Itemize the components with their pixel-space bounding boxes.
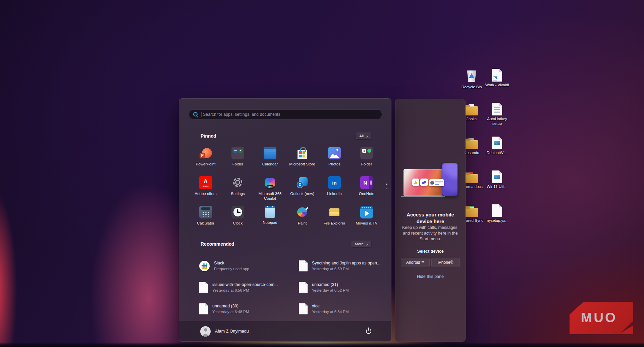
- pinned-app-microsoft-store[interactable]: Microsoft Store: [286, 145, 318, 175]
- recommended-item-syncthing-and-joplin-apps-as-open[interactable]: Syncthing and Joplin apps as open...Yest…: [299, 257, 398, 275]
- pinned-app-movies-tv[interactable]: Movies & TV: [351, 204, 383, 234]
- desktop-icon-label: Kesandu: [464, 151, 479, 155]
- recommended-item-title: issues-with-the-open-source-com...: [212, 282, 278, 287]
- pinned-app-linkedin[interactable]: LinkedIn: [318, 175, 351, 204]
- pinned-app-microsoft-365-copilot[interactable]: Microsoft 365 Copilot: [254, 175, 286, 204]
- pinned-app-label: Notepad: [263, 220, 277, 225]
- calculator-icon: [199, 206, 212, 218]
- pinned-app-label: Calendar: [262, 162, 278, 166]
- pinned-app-label: Folder: [232, 162, 244, 166]
- desktop-icon-label: Work - Vivaldi: [485, 83, 509, 88]
- pinned-app-adobe-offers[interactable]: Adobe offers: [190, 175, 222, 204]
- linkedin-icon: [328, 176, 341, 189]
- desktop-icon-label: DebloatWi...: [487, 151, 508, 155]
- pinned-app-onenote[interactable]: OneNote: [351, 175, 383, 204]
- desktop-icon-mysetup-ya[interactable]: mysetup.ya...: [484, 204, 510, 238]
- recommended-item-subtitle: Yesterday at 6:48 PM: [212, 310, 249, 314]
- desktop-icon-work-vivaldi[interactable]: Work - Vivaldi: [484, 68, 510, 102]
- recommended-grid: SlackFrequently used appSyncthing and Jo…: [199, 257, 398, 321]
- recommended-section-header: Recommended More ›: [201, 241, 371, 247]
- phone-illustration: [442, 163, 458, 196]
- pinned-app-notepad[interactable]: Notepad: [254, 204, 286, 234]
- desktop-icon-win11-ulti[interactable]: Win11-Ulti...: [484, 170, 510, 204]
- recommended-item-title: unnamed (30): [212, 304, 249, 308]
- pinned-app-file-explorer[interactable]: File Explorer: [318, 204, 351, 234]
- select-device-label: Select device: [400, 249, 461, 254]
- document-icon: [199, 303, 208, 314]
- pinned-heading: Pinned: [201, 133, 216, 139]
- document-icon: [199, 282, 208, 293]
- pinned-app-outlook-new[interactable]: Outlook (new): [286, 175, 318, 204]
- document-powershell-icon: [492, 137, 502, 149]
- desktop-icon-debloatwi[interactable]: DebloatWi...: [484, 136, 510, 170]
- recommended-item-slack[interactable]: SlackFrequently used app: [199, 257, 299, 275]
- document-shortcut-icon: [492, 69, 502, 82]
- pinned-app-paint[interactable]: Paint: [286, 204, 318, 234]
- slack-icon: [199, 261, 210, 271]
- phone-link-pane: Access your mobile device here Keep up w…: [395, 99, 466, 342]
- recommended-item-issues-with-the-open-source-com[interactable]: issues-with-the-open-source-com...Yester…: [199, 279, 299, 296]
- phone-pane-description: Keep up with calls, messages, and recent…: [400, 225, 461, 242]
- recommended-item-subtitle: Yesterday at 6:34 PM: [312, 310, 349, 314]
- pinned-app-label: LinkedIn: [327, 191, 341, 196]
- pinned-app-calendar[interactable]: Calendar: [254, 145, 286, 175]
- start-menu-panel: Search for apps, settings, and documents…: [179, 98, 391, 342]
- recommended-item-unnamed-31[interactable]: unnamed (31)Yesterday at 6:52 PM: [299, 279, 398, 296]
- pinned-all-button[interactable]: All ›: [356, 133, 371, 139]
- pinned-app-label: Movies & TV: [356, 221, 378, 226]
- pinned-app-grid: PowerPointFolderCalendarMicrosoft StoreP…: [190, 145, 383, 234]
- pinned-app-label: Paint: [298, 221, 307, 226]
- pinned-app-label: Adobe offers: [195, 191, 216, 196]
- power-icon: [366, 329, 371, 334]
- pinned-app-label: Microsoft 365 Copilot: [255, 191, 285, 201]
- pinned-app-folder[interactable]: Folder: [351, 145, 383, 175]
- power-button[interactable]: [364, 327, 373, 336]
- office-folder-icon: [231, 147, 244, 159]
- recommended-item-unnamed-30[interactable]: unnamed (30)Yesterday at 6:48 PM: [199, 300, 299, 317]
- pinned-app-label: Settings: [231, 191, 245, 196]
- iphone-button[interactable]: iPhone®: [431, 258, 460, 267]
- muo-logo-text: MUO: [570, 311, 629, 324]
- pinned-all-label: All: [359, 134, 364, 138]
- recommended-heading: Recommended: [201, 241, 234, 247]
- phone-pane-heading: Access your mobile device here: [400, 211, 461, 225]
- desktop-icon-autohotkey-setup[interactable]: AutoHotkey setup: [484, 102, 510, 136]
- desktop-icon-label: oma docs: [466, 185, 483, 189]
- pinned-page-dots[interactable]: [386, 184, 387, 189]
- photos-icon: [328, 147, 341, 159]
- desktop-icon-label: ared Sync: [466, 218, 483, 223]
- document-powershell-icon: [492, 170, 502, 183]
- user-account-button[interactable]: Afam Z Onyimadu: [198, 325, 251, 338]
- chevron-right-icon: ›: [366, 135, 368, 138]
- pinned-app-clock[interactable]: Clock: [222, 204, 254, 234]
- chevron-right-icon: ›: [366, 243, 368, 246]
- recommended-more-button[interactable]: More ›: [352, 241, 371, 247]
- page-dot: [386, 188, 387, 189]
- pinned-app-label: Clock: [233, 221, 243, 226]
- hide-pane-link[interactable]: Hide this pane: [395, 274, 465, 279]
- desktop-icon-label: Joplin: [467, 117, 477, 121]
- desktop-icon-recycle-bin[interactable]: Recycle Bin: [459, 68, 484, 102]
- settings-gear-icon: [231, 176, 244, 189]
- recommended-item-title: Slack: [214, 261, 249, 265]
- calendar-icon: [264, 147, 276, 159]
- pinned-app-powerpoint[interactable]: PowerPoint: [190, 145, 222, 175]
- android-button[interactable]: Android™: [401, 258, 430, 267]
- recommended-item-title: xfce: [312, 304, 349, 308]
- recommended-item-title: Syncthing and Joplin apps as open...: [312, 261, 380, 265]
- movies-tv-icon: [360, 206, 373, 218]
- pinned-app-calculator[interactable]: Calculator: [190, 204, 222, 234]
- search-input[interactable]: Search for apps, settings, and documents: [189, 109, 382, 119]
- paint-icon: [296, 206, 309, 218]
- file-explorer-icon: [328, 206, 341, 218]
- recommended-item-subtitle: Yesterday at 6:59 PM: [312, 267, 380, 271]
- contact-widget-icon: [429, 179, 444, 186]
- muo-logo: MUO: [570, 302, 633, 334]
- pinned-app-folder[interactable]: Folder: [222, 145, 254, 175]
- outlook-icon: [296, 176, 309, 189]
- pinned-app-photos[interactable]: Photos: [318, 145, 351, 175]
- recommended-item-xfce[interactable]: xfceYesterday at 6:34 PM: [299, 300, 398, 317]
- pinned-app-settings[interactable]: Settings: [222, 175, 254, 204]
- pinned-app-label: Microsoft Store: [289, 162, 315, 166]
- clock-icon: [231, 206, 244, 218]
